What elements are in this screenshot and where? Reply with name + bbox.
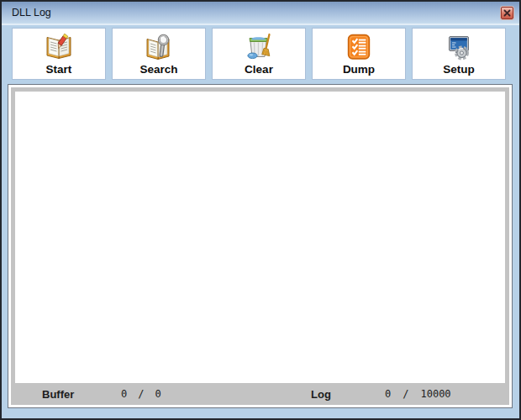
toolbar: Start Search xyxy=(2,25,519,84)
buffer-label: Buffer xyxy=(42,388,74,401)
search-book-magnifier-icon xyxy=(144,32,174,62)
clear-button-label: Clear xyxy=(245,62,273,76)
close-button[interactable] xyxy=(501,7,513,19)
dump-button[interactable]: Dump xyxy=(312,28,406,80)
close-icon xyxy=(503,9,511,17)
log-count: 0 / 10000 xyxy=(385,388,451,400)
start-button[interactable]: Start xyxy=(12,28,106,80)
start-button-label: Start xyxy=(46,62,72,76)
start-book-pencil-icon xyxy=(44,32,74,62)
log-max: 10000 xyxy=(420,388,450,400)
search-button[interactable]: Search xyxy=(112,28,206,80)
dll-log-window: DLL Log Start xyxy=(0,0,521,420)
buffer-current: 0 xyxy=(121,388,127,400)
log-frame: Buffer 0 / 0 Log 0 / 10000 xyxy=(11,87,509,405)
dump-button-label: Dump xyxy=(343,62,375,76)
setup-monitor-gear-icon xyxy=(444,32,474,62)
log-label: Log xyxy=(311,388,331,401)
clear-trash-broom-icon xyxy=(244,32,274,62)
setup-button-label: Setup xyxy=(443,62,475,76)
buffer-count: 0 / 0 xyxy=(121,388,161,400)
buffer-max: 0 xyxy=(155,388,161,400)
log-current: 0 xyxy=(385,388,391,400)
clear-button[interactable]: Clear xyxy=(212,28,306,80)
buffer-separator: / xyxy=(138,388,144,400)
log-list-view[interactable] xyxy=(15,92,505,381)
log-separator: / xyxy=(403,388,408,400)
window-title: DLL Log xyxy=(12,7,51,18)
dump-checklist-icon xyxy=(344,32,374,62)
content-panel: Buffer 0 / 0 Log 0 / 10000 xyxy=(8,84,513,408)
search-button-label: Search xyxy=(139,62,177,76)
titlebar: DLL Log xyxy=(2,2,519,24)
status-bar: Buffer 0 / 0 Log 0 / 10000 xyxy=(15,383,505,405)
setup-button[interactable]: Setup xyxy=(412,28,506,80)
